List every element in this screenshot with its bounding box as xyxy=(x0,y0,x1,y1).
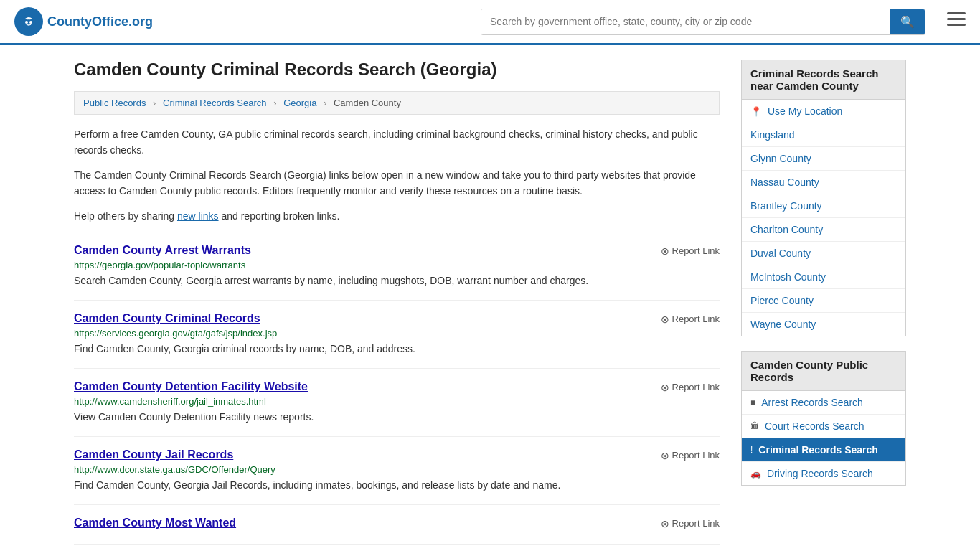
report-icon: ⊗ xyxy=(661,314,669,325)
report-link[interactable]: ⊗ Report Link xyxy=(661,245,720,257)
sidebar-item-mcintosh-county[interactable]: McIntosh County xyxy=(742,265,905,289)
record-url: https://georgia.gov/popular-topic/warran… xyxy=(74,260,720,270)
sidebar-item-wayne-county[interactable]: Wayne County xyxy=(742,313,905,336)
sidebar-item-duval-county[interactable]: Duval County xyxy=(742,242,905,265)
court-records-icon: 🏛 xyxy=(750,421,759,431)
svg-point-0 xyxy=(22,14,36,29)
breadcrumb-sep-3: › xyxy=(324,98,326,108)
pierce-county-link[interactable]: Pierce County xyxy=(750,295,814,306)
record-url: http://www.dcor.state.ga.us/GDC/Offender… xyxy=(74,464,720,475)
sidebar-item-pierce-county[interactable]: Pierce County xyxy=(742,289,905,313)
sidebar-item-brantley-county[interactable]: Brantley County xyxy=(742,194,905,218)
description-1: Perform a free Camden County, GA public … xyxy=(74,126,720,159)
arrest-records-link[interactable]: Arrest Records Search xyxy=(761,397,863,408)
header: CountyOffice.org 🔍 xyxy=(0,0,980,45)
record-item-header: Camden County Jail Records ⊗ Report Link xyxy=(74,448,720,461)
description-3: Help others by sharing new links and rep… xyxy=(74,208,720,224)
criminal-records-icon: ! xyxy=(750,445,753,455)
record-item: Camden County Detention Facility Website… xyxy=(74,369,720,437)
sidebar: Criminal Records Search near Camden Coun… xyxy=(741,60,906,545)
search-bar: 🔍 xyxy=(481,9,925,35)
glynn-county-link[interactable]: Glynn County xyxy=(750,153,811,164)
new-links-link[interactable]: new links xyxy=(177,210,219,222)
record-item-header: Camden County Criminal Records ⊗ Report … xyxy=(74,312,720,325)
breadcrumb-sep-2: › xyxy=(273,98,276,108)
sidebar-item-arrest-records[interactable]: ■ Arrest Records Search xyxy=(742,391,905,415)
use-my-location-link[interactable]: Use My Location xyxy=(768,105,842,117)
driving-records-icon: 🚗 xyxy=(750,468,761,479)
page-title: Camden County Criminal Records Search (G… xyxy=(74,60,720,80)
record-item: Camden County Most Wanted ⊗ Report Link xyxy=(74,505,720,545)
sidebar-item-kingsland[interactable]: Kingsland xyxy=(742,123,905,147)
svg-point-2 xyxy=(29,21,32,24)
record-desc: Find Camden County, Georgia criminal rec… xyxy=(74,342,720,357)
brantley-county-link[interactable]: Brantley County xyxy=(750,200,822,212)
report-link[interactable]: ⊗ Report Link xyxy=(661,382,720,393)
breadcrumb-sep-1: › xyxy=(153,98,156,108)
breadcrumb-criminal-records-search[interactable]: Criminal Records Search xyxy=(163,98,267,108)
report-icon: ⊗ xyxy=(661,382,669,393)
sidebar-item-charlton-county[interactable]: Charlton County xyxy=(742,218,905,242)
search-input[interactable] xyxy=(481,9,890,34)
record-item-header: Camden County Most Wanted ⊗ Report Link xyxy=(74,517,720,529)
nearby-list: 📍 Use My Location Kingsland Glynn County… xyxy=(741,100,906,336)
sidebar-item-glynn-county[interactable]: Glynn County xyxy=(742,147,905,171)
sidebar-item-criminal-records[interactable]: ! Criminal Records Search xyxy=(742,438,905,462)
main-layout: Camden County Criminal Records Search (G… xyxy=(60,45,920,551)
nearby-section-header: Criminal Records Search near Camden Coun… xyxy=(741,60,906,100)
report-link[interactable]: ⊗ Report Link xyxy=(661,518,720,529)
search-icon: 🔍 xyxy=(900,16,915,28)
breadcrumb-camden-county: Camden County xyxy=(334,98,401,108)
svg-point-1 xyxy=(25,21,28,24)
duval-county-link[interactable]: Duval County xyxy=(750,248,811,259)
report-icon: ⊗ xyxy=(661,450,669,461)
report-icon: ⊗ xyxy=(661,245,669,257)
record-title[interactable]: Camden County Jail Records xyxy=(74,448,233,461)
record-item: Camden County Jail Records ⊗ Report Link… xyxy=(74,437,720,505)
record-item-header: Camden County Arrest Warrants ⊗ Report L… xyxy=(74,244,720,257)
driving-records-link[interactable]: Driving Records Search xyxy=(767,468,873,479)
public-records-list: ■ Arrest Records Search 🏛 Court Records … xyxy=(741,391,906,486)
record-desc: View Camden County Detention Facility ne… xyxy=(74,410,720,425)
svg-rect-5 xyxy=(947,24,966,26)
sidebar-item-driving-records[interactable]: 🚗 Driving Records Search xyxy=(742,462,905,485)
description-2: The Camden County Criminal Records Searc… xyxy=(74,167,720,199)
court-records-link[interactable]: Court Records Search xyxy=(765,420,864,432)
sidebar-item-nassau-county[interactable]: Nassau County xyxy=(742,171,905,194)
record-item: Camden County Arrest Warrants ⊗ Report L… xyxy=(74,232,720,301)
sidebar-item-court-records[interactable]: 🏛 Court Records Search xyxy=(742,415,905,438)
record-title[interactable]: Camden County Criminal Records xyxy=(74,312,260,325)
record-item-header: Camden County Detention Facility Website… xyxy=(74,380,720,393)
breadcrumb: Public Records › Criminal Records Search… xyxy=(74,91,720,115)
svg-rect-3 xyxy=(947,12,966,14)
svg-rect-4 xyxy=(947,18,966,20)
logo-text: CountyOffice.org xyxy=(47,14,153,29)
nassau-county-link[interactable]: Nassau County xyxy=(750,176,819,188)
sidebar-item-use-my-location[interactable]: 📍 Use My Location xyxy=(742,100,905,123)
arrest-records-icon: ■ xyxy=(750,397,755,408)
record-title[interactable]: Camden County Most Wanted xyxy=(74,517,236,529)
mcintosh-county-link[interactable]: McIntosh County xyxy=(750,271,826,283)
report-link[interactable]: ⊗ Report Link xyxy=(661,314,720,325)
breadcrumb-public-records[interactable]: Public Records xyxy=(83,98,146,108)
report-link[interactable]: ⊗ Report Link xyxy=(661,450,720,461)
search-button[interactable]: 🔍 xyxy=(890,9,925,34)
record-url: http://www.camdensheriff.org/jail_inmate… xyxy=(74,396,720,407)
public-records-section-header: Camden County Public Records xyxy=(741,351,906,391)
records-list: Camden County Arrest Warrants ⊗ Report L… xyxy=(74,232,720,545)
criminal-records-link[interactable]: Criminal Records Search xyxy=(758,444,878,456)
record-desc: Search Camden County, Georgia arrest war… xyxy=(74,273,720,288)
report-icon: ⊗ xyxy=(661,518,669,529)
breadcrumb-georgia[interactable]: Georgia xyxy=(283,98,316,108)
wayne-county-link[interactable]: Wayne County xyxy=(750,319,816,330)
location-icon: 📍 xyxy=(750,106,762,117)
record-item: Camden County Criminal Records ⊗ Report … xyxy=(74,301,720,369)
charlton-county-link[interactable]: Charlton County xyxy=(750,224,823,235)
logo[interactable]: CountyOffice.org xyxy=(14,7,153,36)
record-title[interactable]: Camden County Detention Facility Website xyxy=(74,380,308,393)
logo-icon xyxy=(14,7,43,36)
menu-icon[interactable] xyxy=(947,12,966,31)
kingsland-link[interactable]: Kingsland xyxy=(750,129,795,141)
record-title[interactable]: Camden County Arrest Warrants xyxy=(74,244,251,257)
record-desc: Find Camden County, Georgia Jail Records… xyxy=(74,478,720,493)
